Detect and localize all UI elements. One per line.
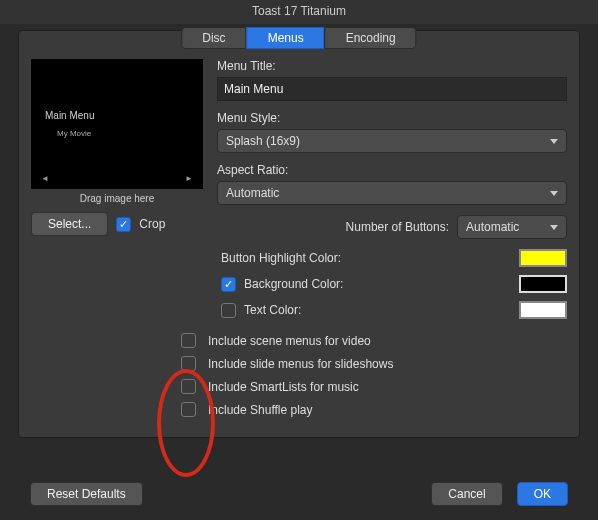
crop-label: Crop	[139, 217, 165, 231]
crop-checkbox[interactable]	[116, 217, 131, 232]
cancel-button[interactable]: Cancel	[431, 482, 502, 506]
chevron-down-icon	[550, 191, 558, 196]
aspect-ratio-label: Aspect Ratio:	[217, 163, 567, 177]
include-shuffle-checkbox[interactable]	[181, 402, 196, 417]
highlight-color-label: Button Highlight Color:	[221, 251, 341, 265]
preview-item: My Movie	[57, 129, 203, 138]
background-color-swatch[interactable]	[519, 275, 567, 293]
preview-title: Main Menu	[45, 110, 203, 121]
tab-disc[interactable]: Disc	[181, 27, 246, 49]
include-options: Include scene menus for video Include sl…	[31, 333, 567, 417]
menu-style-value: Splash (16x9)	[226, 134, 300, 148]
num-buttons-select[interactable]: Automatic	[457, 215, 567, 239]
tab-menus[interactable]: Menus	[247, 27, 325, 49]
menu-title-label: Menu Title:	[217, 59, 567, 73]
chevron-down-icon	[550, 225, 558, 230]
menu-style-select[interactable]: Splash (16x9)	[217, 129, 567, 153]
include-smartlists-checkbox[interactable]	[181, 379, 196, 394]
num-buttons-label: Number of Buttons:	[346, 220, 449, 234]
select-image-button[interactable]: Select...	[31, 212, 108, 236]
include-shuffle-label: Include Shuffle play	[208, 403, 313, 417]
background-color-label: Background Color:	[244, 277, 343, 291]
text-color-label: Text Color:	[244, 303, 301, 317]
text-color-checkbox[interactable]	[221, 303, 236, 318]
include-slide-checkbox[interactable]	[181, 356, 196, 371]
aspect-ratio-select[interactable]: Automatic	[217, 181, 567, 205]
reset-defaults-button[interactable]: Reset Defaults	[30, 482, 143, 506]
highlight-color-swatch[interactable]	[519, 249, 567, 267]
preview-prev-icon: ◄	[41, 174, 49, 183]
num-buttons-value: Automatic	[466, 220, 519, 234]
text-color-swatch[interactable]	[519, 301, 567, 319]
include-scene-checkbox[interactable]	[181, 333, 196, 348]
background-color-checkbox[interactable]	[221, 277, 236, 292]
tab-bar: Disc Menus Encoding	[181, 27, 416, 49]
include-smartlists-label: Include SmartLists for music	[208, 380, 359, 394]
drag-image-label: Drag image here	[31, 189, 203, 212]
settings-panel: Disc Menus Encoding Main Menu My Movie ◄…	[18, 30, 580, 438]
chevron-down-icon	[550, 139, 558, 144]
aspect-ratio-value: Automatic	[226, 186, 279, 200]
menu-preview[interactable]: Main Menu My Movie ◄ ►	[31, 59, 203, 189]
menu-title-input[interactable]	[217, 77, 567, 101]
window-title: Toast 17 Titanium	[0, 0, 598, 24]
include-scene-label: Include scene menus for video	[208, 334, 371, 348]
include-slide-label: Include slide menus for slideshows	[208, 357, 393, 371]
preview-next-icon: ►	[185, 174, 193, 183]
ok-button[interactable]: OK	[517, 482, 568, 506]
tab-encoding[interactable]: Encoding	[325, 27, 417, 49]
menu-style-label: Menu Style:	[217, 111, 567, 125]
